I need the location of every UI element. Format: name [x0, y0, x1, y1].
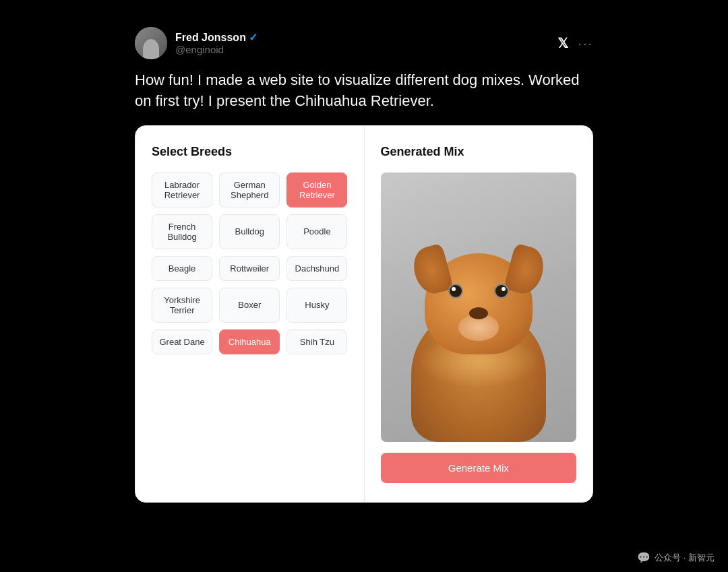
tweet-text: How fun! I made a web site to visualize … [135, 70, 593, 112]
breed-button-beagle[interactable]: Beagle [152, 256, 212, 281]
dog-ear-left-icon [409, 243, 454, 297]
generated-mix-title: Generated Mix [381, 145, 577, 159]
dog-body [391, 226, 566, 442]
dog-ear-right-icon [504, 243, 548, 297]
generated-image-container [381, 172, 577, 442]
tweet-header: Fred Jonsson ✓ @enginoid 𝕏 ··· [135, 27, 593, 59]
breed-grid: Labrador RetrieverGerman ShepherdGolden … [152, 172, 348, 354]
dog-illustration [381, 172, 577, 442]
x-logo-icon: 𝕏 [557, 35, 568, 51]
dog-nose [469, 307, 488, 319]
wechat-icon: 💬 [637, 551, 650, 564]
author-name-text: Fred Jonsson [175, 32, 246, 44]
breed-button-shih-tzu[interactable]: Shih Tzu [286, 329, 347, 354]
tweet-actions-top: 𝕏 ··· [557, 35, 593, 51]
breed-button-poodle[interactable]: Poodle [286, 214, 347, 249]
author-info: Fred Jonsson ✓ @enginoid [175, 31, 257, 55]
generate-mix-button[interactable]: Generate Mix [381, 453, 577, 483]
avatar [135, 27, 167, 59]
breed-button-great-dane[interactable]: Great Dane [152, 329, 212, 354]
breed-button-labrador-retriever[interactable]: Labrador Retriever [152, 172, 212, 208]
right-panel: Generated Mix [365, 126, 593, 502]
app-card: Select Breeds Labrador RetrieverGerman S… [135, 125, 593, 503]
author-handle: @enginoid [175, 44, 257, 55]
verified-badge: ✓ [249, 31, 257, 44]
select-breeds-title: Select Breeds [152, 145, 348, 159]
tweet-header-left: Fred Jonsson ✓ @enginoid [135, 27, 257, 59]
dog-eye-right-icon [494, 284, 509, 298]
left-panel: Select Breeds Labrador RetrieverGerman S… [135, 126, 365, 502]
breed-button-rottweiler[interactable]: Rottweiler [219, 256, 280, 281]
breed-button-chihuahua[interactable]: Chihuahua [219, 329, 280, 354]
dog-head [425, 253, 533, 354]
more-options-icon[interactable]: ··· [578, 36, 593, 51]
breed-button-yorkshire-terrier[interactable]: Yorkshire Terrier [152, 288, 212, 323]
breed-button-golden-retriever[interactable]: Golden Retriever [286, 172, 347, 208]
breed-button-bulldog[interactable]: Bulldog [219, 214, 280, 249]
breed-button-boxer[interactable]: Boxer [219, 288, 280, 323]
watermark: 💬 公众号 · 新智元 [637, 551, 715, 564]
author-name: Fred Jonsson ✓ [175, 31, 257, 44]
breed-button-husky[interactable]: Husky [286, 288, 347, 323]
tweet-container: Fred Jonsson ✓ @enginoid 𝕏 ··· How fun! … [135, 13, 593, 559]
dog-eye-left-icon [448, 284, 463, 298]
breed-button-french-bulldog[interactable]: French Bulldog [152, 214, 212, 249]
breed-button-dachshund[interactable]: Dachshund [286, 256, 347, 281]
breed-button-german-shepherd[interactable]: German Shepherd [219, 172, 280, 208]
watermark-text: 公众号 · 新智元 [655, 552, 715, 564]
